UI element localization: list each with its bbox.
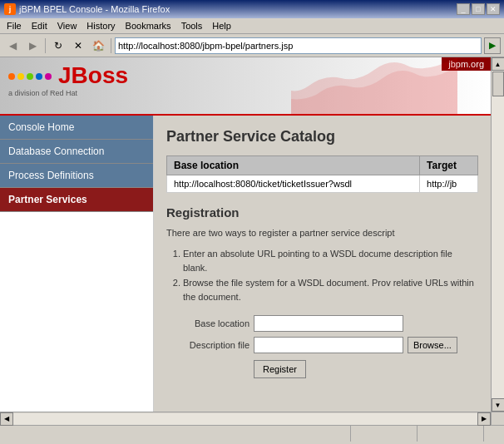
base-location-input[interactable] (254, 315, 403, 332)
scroll-left-button[interactable]: ◀ (0, 412, 13, 426)
menu-bookmarks[interactable]: Bookmarks (121, 19, 176, 32)
menu-history[interactable]: History (82, 19, 120, 32)
toolbar-separator-1 (45, 38, 46, 53)
toolbar-separator-2 (111, 38, 111, 53)
catalog-table: Base location Target http://localhost:80… (166, 155, 478, 193)
jbpm-header: jbpm.org (0, 57, 491, 116)
register-button[interactable]: Register (254, 360, 306, 378)
registration-description: There are two ways to register a partner… (166, 226, 478, 240)
form-row-description-file: Description file Browse... (166, 337, 478, 353)
dot-purple (45, 73, 52, 80)
statusbar (0, 425, 504, 442)
page-content: jbpm.org (0, 57, 491, 412)
window-title: jBPM BPEL Console - Mozilla Firefox (19, 4, 170, 14)
address-input[interactable] (115, 37, 482, 54)
cell-base: http://localhost:8080/ticket/ticketIssue… (167, 175, 420, 193)
stop-button[interactable]: ✕ (69, 37, 87, 55)
browse-button[interactable]: Browse... (408, 337, 457, 353)
forward-button[interactable]: ▶ (23, 37, 42, 55)
sidebar-item-partner-services[interactable]: Partner Services (0, 188, 153, 212)
reg-list-item-1: Enter an absolute URL pointing to a WSDL… (183, 247, 478, 276)
toolbar: ◀ ▶ ↻ ✕ 🏠 ▶ (0, 34, 504, 57)
wave-decoration (291, 57, 457, 116)
back-button[interactable]: ◀ (3, 37, 22, 55)
table-row: http://localhost:8080/ticket/ticketIssue… (167, 175, 478, 193)
sidebar-item-database-connection[interactable]: Database Connection (0, 140, 153, 164)
col-target: Target (420, 156, 478, 175)
page-title: Partner Service Catalog (166, 128, 478, 146)
form-row-base-location: Base location (166, 315, 478, 332)
description-file-input[interactable] (254, 337, 403, 353)
close-button[interactable]: ✕ (487, 3, 500, 15)
menu-help[interactable]: Help (207, 19, 236, 32)
content-with-scrollbar: jbpm.org (0, 57, 504, 412)
scroll-track-h[interactable] (13, 413, 477, 425)
sidebar-nav: Console Home Database Connection Process… (0, 116, 153, 212)
minimize-button[interactable]: _ (457, 3, 470, 15)
dot-orange (8, 73, 15, 80)
dot-yellow (17, 73, 24, 80)
base-location-label: Base location (166, 318, 250, 328)
horizontal-scrollbar[interactable]: ◀ ▶ (0, 412, 491, 425)
titlebar-left: j jBPM BPEL Console - Mozilla Firefox (4, 3, 170, 15)
menu-edit[interactable]: Edit (27, 19, 52, 32)
description-file-label: Description file (166, 340, 250, 350)
go-button[interactable]: ▶ (484, 37, 501, 54)
address-bar-container: ▶ (115, 37, 501, 54)
vertical-scrollbar[interactable]: ▲ ▼ (491, 57, 504, 412)
scrollbar-corner (491, 412, 504, 425)
reg-list-item-2: Browse the file system for a WSDL docume… (183, 276, 478, 305)
menu-view[interactable]: View (52, 19, 82, 32)
window-titlebar: j jBPM BPEL Console - Mozilla Firefox _ … (0, 0, 504, 18)
status-section-3 (418, 426, 484, 442)
registration-title: Registration (166, 205, 478, 220)
scroll-up-button[interactable]: ▲ (492, 57, 505, 71)
hscroll-row: ◀ ▶ (0, 412, 504, 425)
col-base-location: Base location (167, 156, 420, 175)
register-row: Register (166, 358, 478, 378)
menu-tools[interactable]: Tools (176, 19, 208, 32)
status-section-2 (351, 426, 418, 442)
window-controls[interactable]: _ □ ✕ (457, 3, 500, 15)
scroll-right-button[interactable]: ▶ (477, 412, 491, 426)
sidebar: Console Home Database Connection Process… (0, 116, 154, 412)
menubar: File Edit View History Bookmarks Tools H… (0, 18, 504, 34)
scroll-thumb-v[interactable] (492, 72, 504, 96)
status-text (3, 426, 351, 442)
browser-area: jbpm.org (0, 57, 504, 425)
cell-target: http://jb (420, 175, 478, 193)
dot-green (27, 73, 33, 80)
registration-list: Enter an absolute URL pointing to a WSDL… (183, 247, 478, 305)
sidebar-item-process-definitions[interactable]: Process Definitions (0, 164, 153, 188)
content-row: Console Home Database Connection Process… (0, 116, 491, 412)
menu-file[interactable]: File (2, 19, 27, 32)
jboss-logo-text: JBoss (58, 64, 128, 87)
home-button[interactable]: 🏠 (89, 37, 107, 55)
maximize-button[interactable]: □ (472, 3, 485, 15)
scroll-down-button[interactable]: ▼ (492, 398, 505, 412)
app-icon: j (4, 3, 16, 15)
scroll-track-v[interactable] (492, 71, 504, 398)
sidebar-item-console-home[interactable]: Console Home (0, 116, 153, 140)
reload-button[interactable]: ↻ (49, 37, 67, 55)
dot-blue (36, 73, 42, 80)
logo-dots (8, 73, 52, 80)
main-content: Partner Service Catalog Base location Ta… (154, 116, 491, 412)
